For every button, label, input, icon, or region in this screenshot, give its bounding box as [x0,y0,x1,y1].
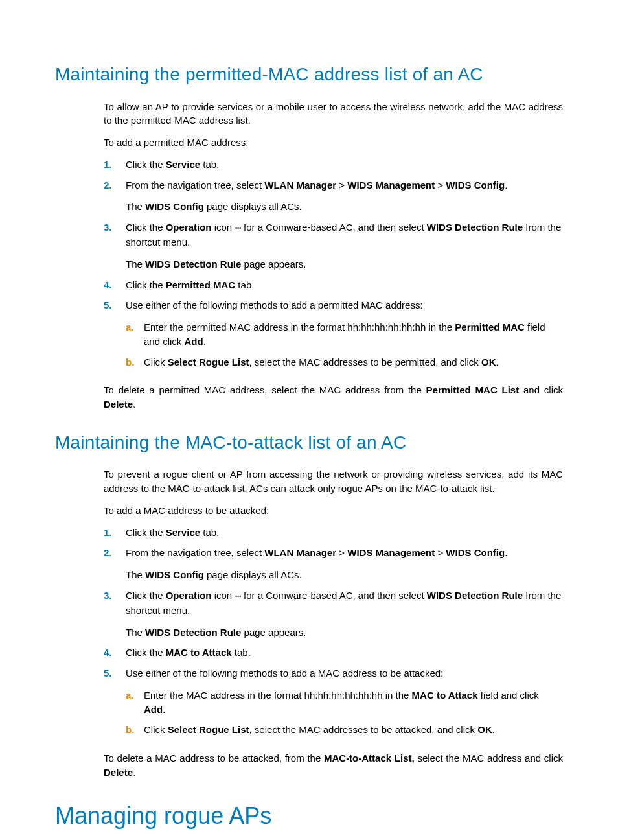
substep-text: Enter the MAC address in the format hh:h… [144,688,563,717]
step-number: 5. [104,298,126,375]
step-item: 1. Click the Service tab. [104,158,563,172]
intro-paragraph: To allow an AP to provide services or a … [104,100,563,128]
step-text: Click the MAC to Attack tab. [126,646,563,660]
step-item: 3. Click the Operation icon ··· for a Co… [104,220,563,271]
step-item: 5. Use either of the following methods t… [104,298,563,375]
step-item: 4. Click the Permitted MAC tab. [104,278,563,292]
step-text: Click the Service tab. [126,526,563,540]
substep-letter: b. [126,355,144,369]
step-text: Click the Operation icon ··· for a Comwa… [126,220,563,250]
step-number: 2. [104,546,126,582]
substep-item: b. Click Select Rogue List, select the M… [126,355,563,369]
substep-text: Click Select Rogue List, select the MAC … [144,355,563,369]
step-number: 4. [104,646,126,660]
step-text: The WIDS Detection Rule page appears. [126,257,563,272]
ordered-steps: 1. Click the Service tab. 2. From the na… [104,158,563,375]
operation-dots-icon: ··· [235,589,241,603]
step-number: 3. [104,589,126,639]
step-number: 2. [104,178,126,215]
step-number: 3. [104,220,126,271]
step-number: 5. [104,666,126,743]
step-item: 2. From the navigation tree, select WLAN… [104,178,563,215]
substep-letter: a. [126,320,144,349]
step-text: Use either of the following methods to a… [126,298,563,312]
operation-dots-icon: ··· [235,221,241,235]
heading-permitted-mac: Maintaining the permitted-MAC address li… [55,62,563,88]
substep-item: a. Enter the permitted MAC address in th… [126,320,563,349]
step-item: 5. Use either of the following methods t… [104,666,563,743]
heading-managing-rogue-aps: Managing rogue APs [55,799,563,833]
substep-text: Click Select Rogue List, select the MAC … [144,723,563,737]
outro-paragraph: To delete a MAC address to be attacked, … [104,751,563,780]
step-text: The WIDS Config page displays all ACs. [126,568,563,582]
step-number: 1. [104,158,126,172]
lead-paragraph: To add a permitted MAC address: [104,135,563,150]
substeps: a. Enter the permitted MAC address in th… [126,320,563,369]
substep-item: b. Click Select Rogue List, select the M… [126,723,563,737]
step-item: 3. Click the Operation icon ··· for a Co… [104,589,563,639]
lead-paragraph: To add a MAC address to be attacked: [104,504,563,518]
step-text: Use either of the following methods to a… [126,666,563,681]
step-text: From the navigation tree, select WLAN Ma… [126,178,563,192]
heading-mac-to-attack: Maintaining the MAC-to-attack list of an… [55,430,563,456]
step-text: Click the Permitted MAC tab. [126,278,563,292]
step-text: Click the Operation icon ··· for a Comwa… [126,589,563,618]
intro-paragraph: To prevent a rogue client or AP from acc… [104,467,563,496]
substeps: a. Enter the MAC address in the format h… [126,688,563,737]
step-number: 1. [104,526,126,540]
step-text: From the navigation tree, select WLAN Ma… [126,546,563,560]
ordered-steps: 1. Click the Service tab. 2. From the na… [104,526,563,743]
step-item: 4. Click the MAC to Attack tab. [104,646,563,660]
substep-letter: b. [126,723,144,737]
substep-text: Enter the permitted MAC address in the f… [144,320,563,349]
step-text: The WIDS Config page displays all ACs. [126,200,563,214]
step-text: Click the Service tab. [126,158,563,172]
substep-letter: a. [126,688,144,717]
step-text: The WIDS Detection Rule page appears. [126,625,563,640]
step-item: 1. Click the Service tab. [104,526,563,540]
step-item: 2. From the navigation tree, select WLAN… [104,546,563,582]
outro-paragraph: To delete a permitted MAC address, selec… [104,383,563,412]
substep-item: a. Enter the MAC address in the format h… [126,688,563,717]
step-number: 4. [104,278,126,292]
